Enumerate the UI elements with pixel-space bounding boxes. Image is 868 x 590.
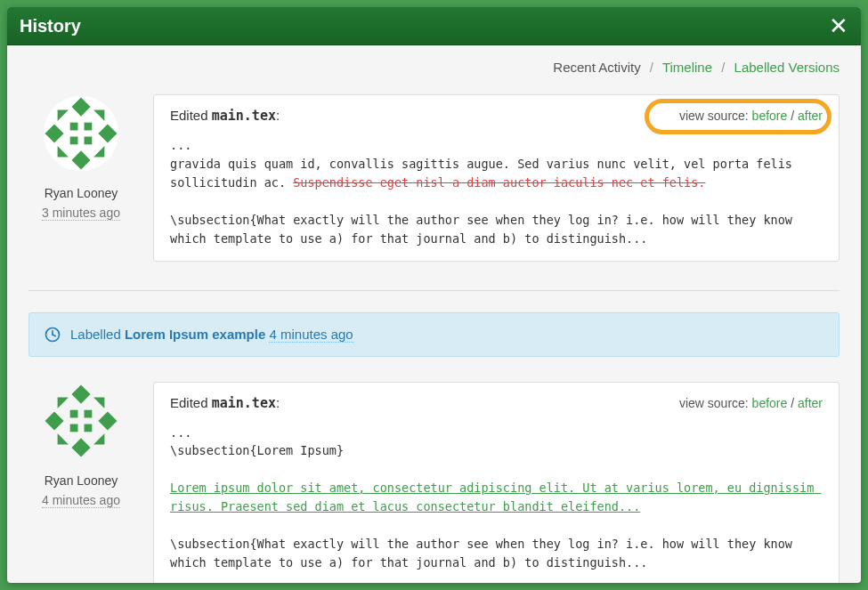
- entry-divider: [28, 290, 840, 291]
- window-title: History: [20, 16, 81, 36]
- diff-card: Edited main.tex: view source: before / a…: [153, 94, 840, 262]
- svg-marker-23: [93, 433, 104, 444]
- label-text: Labelled Lorem Ipsum example 4 minutes a…: [70, 327, 353, 342]
- view-source-after[interactable]: after: [798, 396, 823, 410]
- diff-body: ... gravida quis quam id, convallis sagi…: [170, 136, 823, 248]
- svg-rect-11: [70, 137, 78, 145]
- card-title: Edited main.tex:: [170, 108, 280, 124]
- svg-marker-17: [71, 438, 90, 457]
- filename: main.tex: [212, 108, 276, 124]
- history-entry: Ryan Looney 4 minutes ago Edited main.te…: [28, 371, 840, 583]
- entry-timestamp: 3 minutes ago: [42, 206, 120, 221]
- view-source-label: view source:: [679, 396, 749, 410]
- svg-marker-19: [98, 411, 117, 430]
- view-source-after[interactable]: after: [798, 109, 823, 123]
- svg-rect-26: [70, 424, 78, 432]
- svg-rect-10: [85, 123, 93, 131]
- nav-timeline[interactable]: Timeline: [662, 60, 712, 75]
- label-timestamp: 4 minutes ago: [269, 327, 353, 343]
- card-title: Edited main.tex:: [170, 395, 280, 411]
- view-source-label: view source:: [679, 109, 749, 123]
- view-source-controls: view source: before / after: [679, 396, 823, 410]
- svg-marker-16: [71, 384, 90, 403]
- label-banner[interactable]: Labelled Lorem Ipsum example 4 minutes a…: [28, 312, 840, 357]
- nav-sep: /: [721, 60, 725, 75]
- view-source-controls: view source: before / after: [679, 109, 823, 123]
- svg-rect-25: [85, 409, 93, 417]
- history-content: Ryan Looney 3 minutes ago Edited main.te…: [7, 84, 861, 583]
- titlebar: History ✕: [7, 7, 861, 45]
- svg-rect-12: [85, 137, 93, 145]
- filename: main.tex: [212, 395, 276, 411]
- entry-timestamp: 4 minutes ago: [42, 493, 120, 508]
- avatar: [42, 382, 120, 460]
- entry-author-block: Ryan Looney 4 minutes ago: [28, 382, 134, 583]
- entry-author-block: Ryan Looney 3 minutes ago: [28, 94, 134, 262]
- diff-inserted: Lorem ipsum dolor sit amet, consectetur …: [170, 481, 822, 513]
- diff-deleted: Suspendisse eget nisl a diam auctor iacu…: [293, 175, 705, 190]
- clock-icon: [44, 326, 61, 343]
- svg-rect-24: [70, 409, 78, 417]
- close-icon[interactable]: ✕: [829, 14, 848, 37]
- author-name: Ryan Looney: [28, 473, 134, 488]
- avatar: [42, 94, 120, 173]
- author-name: Ryan Looney: [28, 186, 134, 200]
- svg-rect-27: [85, 424, 93, 432]
- svg-marker-18: [45, 411, 64, 430]
- svg-marker-20: [58, 397, 69, 408]
- svg-rect-9: [70, 123, 78, 131]
- nav-labelled-versions[interactable]: Labelled Versions: [734, 60, 840, 75]
- svg-line-15: [53, 335, 55, 336]
- history-subnav: Recent Activity / Timeline / Labelled Ve…: [7, 45, 861, 84]
- svg-marker-21: [93, 397, 104, 408]
- view-source-before[interactable]: before: [752, 109, 788, 123]
- diff-card: Edited main.tex: view source: before / a…: [153, 382, 840, 583]
- svg-marker-22: [58, 433, 69, 444]
- view-source-before[interactable]: before: [752, 396, 788, 410]
- nav-recent-activity: Recent Activity: [553, 60, 640, 75]
- nav-sep: /: [650, 60, 653, 75]
- history-window: History ✕ Recent Activity / Timeline / L…: [7, 7, 861, 583]
- diff-body: ... \subsection{Lorem Ipsum} Lorem ipsum…: [170, 424, 823, 572]
- history-entry: Ryan Looney 3 minutes ago Edited main.te…: [28, 84, 840, 283]
- label-name: Lorem Ipsum example: [125, 327, 265, 342]
